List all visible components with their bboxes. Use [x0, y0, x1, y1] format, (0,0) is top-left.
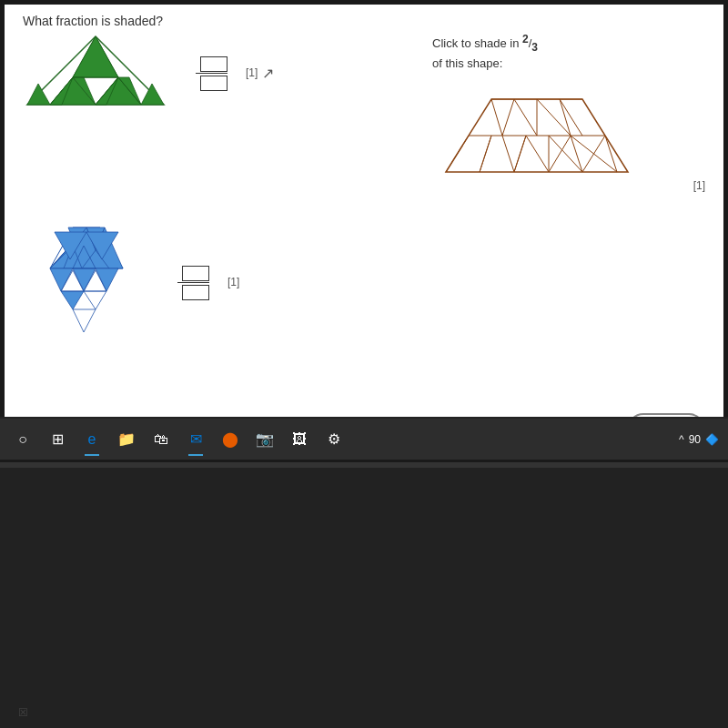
taskbar-firefox[interactable]: ⬤ — [217, 426, 244, 453]
content-area: What fraction is shaded? — [5, 5, 723, 460]
numerator-input-2[interactable] — [182, 266, 209, 281]
fraction-input-2 — [177, 265, 214, 300]
mark-points-2: [1] — [693, 179, 705, 192]
fraction-denominator-label: 3 — [531, 41, 538, 54]
taskbar-system-tray: ^ 90 🔷 — [679, 433, 719, 446]
svg-line-24 — [560, 99, 582, 136]
svg-line-21 — [491, 99, 502, 136]
svg-marker-50 — [73, 268, 96, 291]
numerator-input-1[interactable] — [200, 56, 228, 72]
svg-line-36 — [514, 136, 526, 172]
taskbar-search[interactable]: ○ — [9, 426, 36, 453]
taskbar-edge[interactable]: e — [78, 426, 106, 453]
svg-marker-10 — [141, 84, 164, 105]
question-header: What fraction is shaded? — [23, 14, 705, 28]
tray-90: 90 — [689, 433, 701, 446]
svg-line-27 — [502, 136, 514, 172]
svg-line-32 — [571, 136, 582, 172]
right-section: Click to shade in 2/3 of this shape: — [432, 32, 705, 193]
instruction-text-2: of this shape: — [432, 56, 502, 70]
instruction-text-1: Click to shade in — [432, 36, 519, 50]
mark-points-1: [1] — [246, 66, 258, 79]
taskbar-store[interactable]: 🛍 — [147, 426, 175, 453]
svg-line-35 — [480, 136, 491, 172]
tray-expand[interactable]: ^ — [679, 433, 684, 446]
laptop-hinge — [0, 462, 728, 468]
fraction-numerator-label: 2 — [522, 33, 529, 46]
left-section: [1] ↗ — [23, 32, 405, 132]
svg-line-37 — [549, 136, 571, 172]
cursor-icon: ↗ — [262, 65, 274, 82]
denominator-input-2[interactable] — [182, 285, 209, 300]
svg-marker-54 — [73, 309, 96, 332]
shape-row-2: [1] — [23, 223, 405, 341]
taskbar-camera2[interactable]: 🖼 — [286, 426, 313, 453]
taskbar-explorer[interactable]: 📁 — [113, 426, 140, 453]
shape-row-1: [1] ↗ — [23, 32, 405, 114]
svg-line-25 — [446, 136, 469, 172]
mark-points-3: [1] — [228, 276, 239, 288]
svg-marker-49 — [50, 268, 73, 291]
svg-marker-2 — [73, 36, 118, 77]
fraction-box-2 — [177, 265, 214, 300]
taskbar-task-view[interactable]: ⊞ — [44, 426, 71, 453]
fraction-input-1 — [196, 56, 232, 91]
blue-diamond-shape[interactable] — [23, 223, 150, 341]
svg-marker-53 — [84, 291, 106, 309]
second-row: [1] — [23, 223, 405, 359]
taskbar: ○ ⊞ e 📁 🛍 ✉ ⬤ 📷 🖼 ⚙ ^ 90 🔷 — [0, 419, 728, 460]
laptop-indicators: ☒ — [18, 706, 28, 719]
denominator-input-1[interactable] — [200, 76, 228, 91]
green-triangle-shape[interactable] — [23, 32, 168, 114]
svg-line-38 — [582, 136, 605, 172]
svg-line-34 — [605, 136, 617, 172]
svg-line-29 — [526, 136, 549, 172]
screen: What fraction is shaded? — [5, 5, 723, 460]
fraction-box-1 — [196, 56, 232, 91]
taskbar-mail[interactable]: ✉ — [182, 426, 209, 453]
svg-marker-52 — [61, 291, 84, 309]
click-instruction: Click to shade in 2/3 of this shape: — [432, 32, 705, 72]
taskbar-camera1[interactable]: 📷 — [251, 426, 278, 453]
laptop-base: F4 F5 F6 F7 F8 F9 F10 F11 F12 ⊠ $ ↑ → ⬛ … — [0, 462, 728, 728]
svg-line-22 — [514, 99, 537, 136]
svg-marker-5 — [27, 84, 50, 105]
large-triangle-shape[interactable] — [432, 81, 705, 181]
indicator-x: ☒ — [18, 706, 28, 719]
tray-bluetooth[interactable]: 🔷 — [705, 433, 719, 446]
svg-line-18 — [502, 99, 514, 136]
taskbar-settings[interactable]: ⚙ — [320, 426, 348, 453]
svg-marker-51 — [96, 268, 118, 291]
